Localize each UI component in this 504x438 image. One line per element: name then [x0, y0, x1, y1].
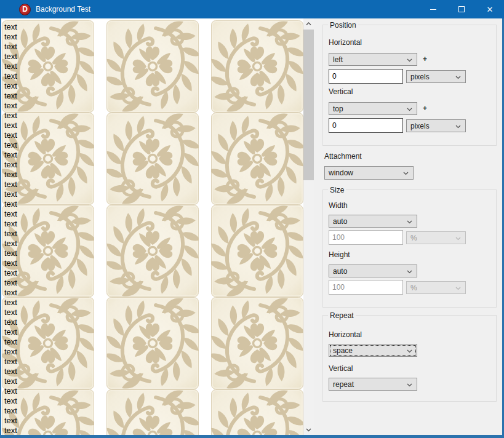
- text-line: text: [4, 367, 17, 376]
- app-logo-icon: D: [19, 4, 31, 15]
- text-line: text: [4, 278, 17, 288]
- size-group-label: Size: [328, 186, 346, 194]
- tile-column: [106, 20, 199, 435]
- text-line: text: [4, 91, 17, 101]
- text-line: text: [4, 357, 17, 367]
- plus-sign: +: [423, 104, 427, 113]
- text-line: text: [4, 288, 17, 298]
- vertical-scrollbar[interactable]: [303, 18, 314, 435]
- chevron-down-icon: [455, 125, 461, 129]
- close-icon: ✕: [487, 6, 494, 14]
- titlebar: D Background Test ✕: [0, 0, 504, 18]
- close-button[interactable]: ✕: [476, 0, 504, 18]
- text-line: text: [4, 32, 17, 42]
- attachment-select[interactable]: window: [324, 166, 414, 180]
- text-line: text: [4, 42, 17, 52]
- text-lines: texttexttexttexttexttexttexttexttexttext…: [4, 22, 17, 435]
- width-label: Width: [329, 201, 348, 210]
- text-line: text: [4, 150, 17, 160]
- text-line: text: [4, 249, 17, 258]
- text-line: text: [4, 62, 17, 71]
- chevron-down-icon: [407, 58, 412, 62]
- chevron-down-icon: [455, 237, 461, 241]
- text-line: text: [4, 160, 17, 170]
- text-line: text: [4, 406, 17, 416]
- text-line: text: [4, 189, 17, 199]
- text-line: text: [4, 81, 17, 91]
- text-line: text: [4, 298, 17, 308]
- text-line: text: [4, 327, 17, 337]
- app-logo-letter: D: [22, 5, 28, 14]
- text-line: text: [4, 101, 17, 111]
- height-value: auto: [333, 267, 347, 276]
- scroll-up-button[interactable]: [303, 18, 314, 29]
- text-line: text: [4, 396, 17, 406]
- vertical-unit-value: pixels: [410, 122, 430, 130]
- text-line: text: [4, 347, 17, 357]
- repeat-horizontal-value: space: [333, 346, 353, 355]
- height-number-input: [329, 280, 403, 295]
- repeat-vertical-value: repeat: [333, 380, 354, 389]
- repeat-vertical-select[interactable]: repeat: [329, 378, 417, 391]
- scrollbar-thumb[interactable]: [303, 30, 314, 180]
- window-title: Background Test: [36, 5, 90, 14]
- scroll-down-icon: [306, 428, 311, 432]
- chevron-down-icon: [407, 349, 412, 353]
- horizontal-position-value: left: [333, 55, 343, 64]
- text-line: text: [4, 317, 17, 327]
- height-select[interactable]: auto: [329, 265, 417, 277]
- attachment-value: window: [329, 169, 353, 177]
- horizontal-offset-input[interactable]: [329, 69, 403, 84]
- text-line: text: [4, 386, 17, 396]
- chevron-down-icon: [407, 383, 412, 387]
- scroll-down-button[interactable]: [303, 424, 314, 435]
- width-number-input: [329, 230, 403, 245]
- minimize-button[interactable]: [419, 0, 447, 18]
- text-line: text: [4, 416, 17, 426]
- chevron-down-icon: [407, 220, 412, 224]
- repeat-horizontal-label: Horizontal: [329, 330, 362, 339]
- text-line: text: [4, 337, 17, 347]
- preview-area: texttexttexttexttexttexttexttexttexttext…: [1, 18, 303, 435]
- text-line: text: [4, 52, 17, 62]
- tile-column: [211, 20, 303, 435]
- text-line: text: [4, 258, 17, 268]
- horizontal-position-select[interactable]: left: [329, 53, 417, 66]
- attachment-label: Attachment: [324, 152, 362, 161]
- text-line: text: [4, 426, 17, 435]
- text-line: text: [4, 268, 17, 278]
- text-line: text: [4, 308, 17, 317]
- position-group-label: Position: [328, 21, 358, 30]
- text-line: text: [4, 22, 17, 32]
- width-select[interactable]: auto: [329, 215, 417, 228]
- vertical-position-select[interactable]: top: [329, 102, 417, 115]
- text-line: text: [4, 130, 17, 140]
- window-controls: ✕: [419, 0, 504, 18]
- vertical-unit-select[interactable]: pixels: [406, 119, 466, 132]
- chevron-down-icon: [403, 172, 409, 175]
- horizontal-position-label: Horizontal: [329, 38, 362, 47]
- height-label: Height: [329, 250, 350, 259]
- height-unit-select: %: [406, 281, 466, 294]
- text-line: text: [4, 71, 17, 81]
- text-line: text: [4, 219, 17, 229]
- maximize-button[interactable]: [447, 0, 476, 18]
- text-line: text: [4, 209, 17, 219]
- vertical-position-value: top: [333, 105, 343, 113]
- text-line: text: [4, 199, 17, 209]
- scroll-up-icon: [306, 22, 311, 26]
- text-line: text: [4, 111, 17, 121]
- width-unit-select: %: [406, 231, 466, 244]
- text-line: text: [4, 170, 17, 180]
- horizontal-unit-select[interactable]: pixels: [406, 70, 466, 83]
- text-line: text: [4, 229, 17, 239]
- repeat-vertical-label: Vertical: [329, 364, 353, 373]
- repeat-group-label: Repeat: [328, 311, 356, 320]
- vertical-offset-input[interactable]: [329, 118, 403, 133]
- chevron-down-icon: [407, 108, 412, 111]
- maximize-icon: [458, 6, 465, 12]
- chevron-down-icon: [455, 287, 461, 290]
- horizontal-unit-value: pixels: [410, 73, 430, 81]
- vertical-position-label: Vertical: [329, 87, 353, 96]
- repeat-horizontal-select[interactable]: space: [329, 344, 417, 357]
